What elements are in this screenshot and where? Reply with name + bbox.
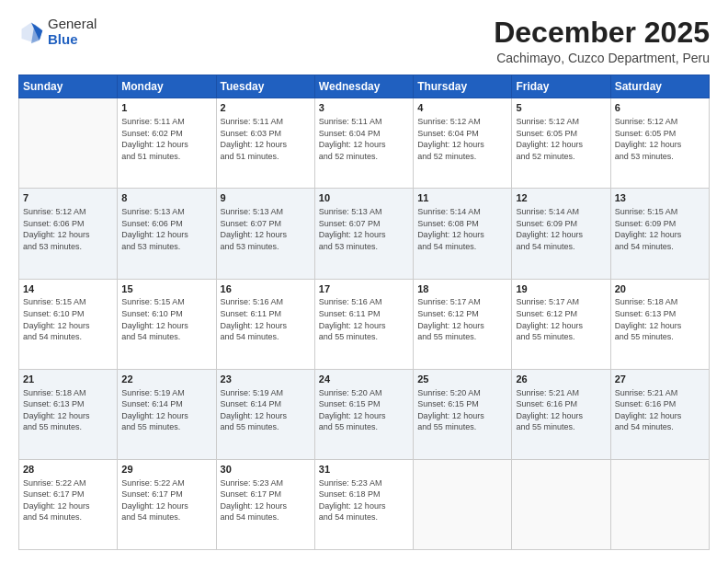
day-number: 18 (417, 282, 507, 296)
day-number: 17 (319, 282, 409, 296)
table-row: 21Sunrise: 5:18 AM Sunset: 6:13 PM Dayli… (19, 369, 118, 459)
day-detail: Sunrise: 5:15 AM Sunset: 6:09 PM Dayligh… (615, 206, 705, 252)
day-detail: Sunrise: 5:15 AM Sunset: 6:10 PM Dayligh… (23, 296, 113, 342)
day-detail: Sunrise: 5:12 AM Sunset: 6:06 PM Dayligh… (23, 206, 113, 252)
day-detail: Sunrise: 5:14 AM Sunset: 6:08 PM Dayligh… (417, 206, 507, 252)
calendar-week-row: 14Sunrise: 5:15 AM Sunset: 6:10 PM Dayli… (19, 279, 710, 369)
col-tuesday: Tuesday (216, 75, 314, 98)
table-row: 27Sunrise: 5:21 AM Sunset: 6:16 PM Dayli… (610, 369, 709, 459)
day-number: 1 (121, 101, 211, 115)
table-row: 8Sunrise: 5:13 AM Sunset: 6:06 PM Daylig… (118, 189, 216, 279)
day-detail: Sunrise: 5:21 AM Sunset: 6:16 PM Dayligh… (615, 387, 705, 433)
day-detail: Sunrise: 5:13 AM Sunset: 6:07 PM Dayligh… (221, 206, 311, 252)
day-number: 21 (23, 373, 113, 386)
day-detail: Sunrise: 5:22 AM Sunset: 6:17 PM Dayligh… (23, 477, 113, 523)
title-block: December 2025 Cachimayo, Cuzco Departmen… (494, 17, 710, 65)
day-detail: Sunrise: 5:14 AM Sunset: 6:09 PM Dayligh… (516, 206, 606, 252)
day-detail: Sunrise: 5:19 AM Sunset: 6:14 PM Dayligh… (121, 387, 211, 433)
logo-icon (18, 19, 44, 45)
day-number: 28 (23, 463, 113, 477)
day-detail: Sunrise: 5:22 AM Sunset: 6:17 PM Dayligh… (121, 477, 211, 523)
table-row: 17Sunrise: 5:16 AM Sunset: 6:11 PM Dayli… (314, 279, 413, 369)
day-detail: Sunrise: 5:12 AM Sunset: 6:05 PM Dayligh… (516, 116, 606, 162)
main-title: December 2025 (494, 17, 710, 49)
table-row: 11Sunrise: 5:14 AM Sunset: 6:08 PM Dayli… (414, 189, 512, 279)
logo-blue-text: Blue (48, 32, 97, 48)
day-number: 11 (417, 191, 507, 205)
day-number: 13 (615, 191, 705, 205)
table-row: 25Sunrise: 5:20 AM Sunset: 6:15 PM Dayli… (414, 369, 512, 459)
day-number: 30 (221, 463, 311, 477)
table-row (19, 98, 118, 189)
day-detail: Sunrise: 5:23 AM Sunset: 6:17 PM Dayligh… (221, 477, 311, 523)
day-detail: Sunrise: 5:16 AM Sunset: 6:11 PM Dayligh… (221, 296, 311, 342)
day-number: 9 (221, 191, 311, 205)
table-row: 15Sunrise: 5:15 AM Sunset: 6:10 PM Dayli… (118, 279, 216, 369)
day-detail: Sunrise: 5:21 AM Sunset: 6:16 PM Dayligh… (516, 387, 606, 433)
table-row: 23Sunrise: 5:19 AM Sunset: 6:14 PM Dayli… (216, 369, 314, 459)
table-row: 30Sunrise: 5:23 AM Sunset: 6:17 PM Dayli… (216, 459, 314, 549)
table-row: 28Sunrise: 5:22 AM Sunset: 6:17 PM Dayli… (19, 459, 118, 549)
col-wednesday: Wednesday (314, 75, 413, 98)
day-number: 27 (615, 373, 705, 386)
day-detail: Sunrise: 5:13 AM Sunset: 6:07 PM Dayligh… (319, 206, 409, 252)
day-number: 25 (417, 373, 507, 386)
calendar-week-row: 7Sunrise: 5:12 AM Sunset: 6:06 PM Daylig… (19, 189, 710, 279)
table-row: 4Sunrise: 5:12 AM Sunset: 6:04 PM Daylig… (414, 98, 512, 189)
day-detail: Sunrise: 5:19 AM Sunset: 6:14 PM Dayligh… (221, 387, 311, 433)
day-number: 29 (121, 463, 211, 477)
table-row: 18Sunrise: 5:17 AM Sunset: 6:12 PM Dayli… (414, 279, 512, 369)
day-number: 8 (121, 191, 211, 205)
table-row: 10Sunrise: 5:13 AM Sunset: 6:07 PM Dayli… (314, 189, 413, 279)
day-number: 5 (516, 101, 606, 115)
table-row: 3Sunrise: 5:11 AM Sunset: 6:04 PM Daylig… (314, 98, 413, 189)
day-number: 26 (516, 373, 606, 386)
day-detail: Sunrise: 5:17 AM Sunset: 6:12 PM Dayligh… (417, 296, 507, 342)
table-row (610, 459, 709, 549)
day-number: 22 (121, 373, 211, 386)
calendar-table: Sunday Monday Tuesday Wednesday Thursday… (18, 75, 710, 550)
day-number: 12 (516, 191, 606, 205)
table-row: 19Sunrise: 5:17 AM Sunset: 6:12 PM Dayli… (512, 279, 610, 369)
day-number: 23 (221, 373, 311, 386)
col-friday: Friday (512, 75, 610, 98)
day-number: 19 (516, 282, 606, 296)
day-number: 20 (615, 282, 705, 296)
table-row: 5Sunrise: 5:12 AM Sunset: 6:05 PM Daylig… (512, 98, 610, 189)
day-number: 15 (121, 282, 211, 296)
table-row: 16Sunrise: 5:16 AM Sunset: 6:11 PM Dayli… (216, 279, 314, 369)
calendar-week-row: 21Sunrise: 5:18 AM Sunset: 6:13 PM Dayli… (19, 369, 710, 459)
logo-general-text: General (48, 17, 97, 32)
day-detail: Sunrise: 5:20 AM Sunset: 6:15 PM Dayligh… (417, 387, 507, 433)
day-detail: Sunrise: 5:11 AM Sunset: 6:04 PM Dayligh… (319, 116, 409, 162)
table-row (512, 459, 610, 549)
col-monday: Monday (118, 75, 216, 98)
day-detail: Sunrise: 5:12 AM Sunset: 6:05 PM Dayligh… (615, 116, 705, 162)
day-detail: Sunrise: 5:16 AM Sunset: 6:11 PM Dayligh… (319, 296, 409, 342)
col-sunday: Sunday (19, 75, 118, 98)
day-number: 14 (23, 282, 113, 296)
day-number: 6 (615, 101, 705, 115)
logo-text: General Blue (48, 17, 97, 47)
page: General Blue December 2025 Cachimayo, Cu… (0, 0, 728, 563)
logo: General Blue (18, 17, 97, 47)
table-row: 13Sunrise: 5:15 AM Sunset: 6:09 PM Dayli… (610, 189, 709, 279)
table-row: 22Sunrise: 5:19 AM Sunset: 6:14 PM Dayli… (118, 369, 216, 459)
col-saturday: Saturday (610, 75, 709, 98)
col-thursday: Thursday (414, 75, 512, 98)
table-row: 29Sunrise: 5:22 AM Sunset: 6:17 PM Dayli… (118, 459, 216, 549)
calendar-week-row: 28Sunrise: 5:22 AM Sunset: 6:17 PM Dayli… (19, 459, 710, 549)
day-detail: Sunrise: 5:15 AM Sunset: 6:10 PM Dayligh… (121, 296, 211, 342)
table-row: 7Sunrise: 5:12 AM Sunset: 6:06 PM Daylig… (19, 189, 118, 279)
day-number: 16 (221, 282, 311, 296)
day-detail: Sunrise: 5:11 AM Sunset: 6:02 PM Dayligh… (121, 116, 211, 162)
day-detail: Sunrise: 5:17 AM Sunset: 6:12 PM Dayligh… (516, 296, 606, 342)
table-row: 26Sunrise: 5:21 AM Sunset: 6:16 PM Dayli… (512, 369, 610, 459)
table-row: 1Sunrise: 5:11 AM Sunset: 6:02 PM Daylig… (118, 98, 216, 189)
subtitle: Cachimayo, Cuzco Department, Peru (494, 51, 710, 65)
day-number: 4 (417, 101, 507, 115)
table-row: 31Sunrise: 5:23 AM Sunset: 6:18 PM Dayli… (314, 459, 413, 549)
header: General Blue December 2025 Cachimayo, Cu… (18, 17, 710, 65)
day-detail: Sunrise: 5:13 AM Sunset: 6:06 PM Dayligh… (121, 206, 211, 252)
calendar-header-row: Sunday Monday Tuesday Wednesday Thursday… (19, 75, 710, 98)
